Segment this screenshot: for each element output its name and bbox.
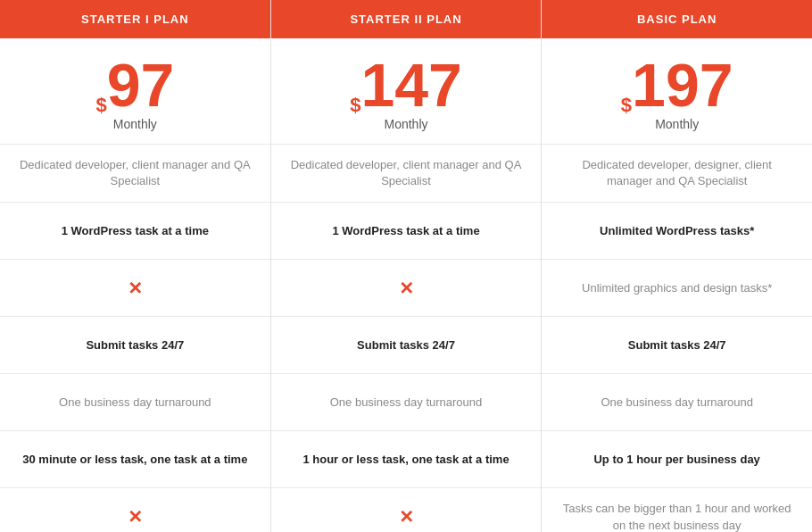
row-text-starter-ii-0: Dedicated developer, client manager and …: [287, 157, 526, 189]
price-period: Monthly: [384, 117, 427, 131]
row-text-basic-1: Unlimited WordPress tasks*: [600, 223, 754, 239]
price-symbol: $: [95, 96, 106, 115]
plan-col-starter-i: STARTER I PLAN$97MonthlyDedicated develo…: [0, 0, 271, 532]
price-symbol: $: [350, 96, 360, 115]
row-text-starter-ii-1: 1 WordPress task at a time: [332, 223, 479, 239]
price-block-starter-ii: $147Monthly: [271, 38, 542, 145]
price-period: Monthly: [113, 117, 157, 131]
price-period: Monthly: [655, 117, 699, 131]
plan-row-starter-ii-2: ✕: [271, 260, 542, 317]
row-text-basic-3: Submit tasks 24/7: [628, 337, 726, 353]
row-text-starter-i-3: Submit tasks 24/7: [86, 337, 184, 353]
plan-row-starter-i-5: 30 minute or less task, one task at a ti…: [0, 431, 270, 488]
pricing-table: STARTER I PLAN$97MonthlyDedicated develo…: [0, 0, 812, 532]
plan-row-starter-i-3: Submit tasks 24/7: [0, 317, 270, 374]
price-block-basic: $197Monthly: [542, 38, 812, 145]
row-text-starter-ii-5: 1 hour or less task, one task at a time: [302, 452, 509, 468]
plan-row-basic-4: One business day turnaround: [542, 374, 812, 431]
plan-col-basic: BASIC PLAN$197MonthlyDedicated developer…: [542, 0, 812, 532]
plan-row-basic-2: Unlimited graphics and design tasks*: [542, 260, 812, 317]
row-text-basic-6: Tasks can be bigger than 1 hour and work…: [558, 501, 796, 532]
plan-row-starter-ii-4: One business day turnaround: [271, 374, 542, 431]
plan-row-basic-1: Unlimited WordPress tasks*: [542, 203, 812, 260]
price-number: 147: [360, 54, 461, 115]
plan-row-starter-ii-6: ✕: [271, 488, 542, 532]
plan-col-starter-ii: STARTER II PLAN$147MonthlyDedicated deve…: [271, 0, 543, 532]
plan-row-basic-0: Dedicated developer, designer, client ma…: [542, 145, 812, 203]
plan-row-starter-ii-1: 1 WordPress task at a time: [271, 203, 542, 260]
row-text-basic-2: Unlimited graphics and design tasks*: [582, 280, 772, 296]
plan-row-basic-3: Submit tasks 24/7: [542, 317, 812, 374]
row-text-basic-0: Dedicated developer, designer, client ma…: [558, 157, 796, 189]
plan-row-basic-5: Up to 1 hour per business day: [542, 431, 812, 488]
plan-row-starter-i-0: Dedicated developer, client manager and …: [0, 145, 270, 203]
plan-row-starter-ii-0: Dedicated developer, client manager and …: [271, 145, 542, 203]
row-text-starter-i-1: 1 WordPress task at a time: [62, 223, 209, 239]
row-text-starter-i-0: Dedicated developer, client manager and …: [16, 157, 254, 189]
price-block-starter-i: $97Monthly: [0, 38, 270, 145]
plan-header-starter-i: STARTER I PLAN: [0, 0, 270, 38]
price-symbol: $: [621, 96, 632, 115]
plan-row-basic-6: Tasks can be bigger than 1 hour and work…: [542, 488, 812, 532]
row-text-starter-ii-6: ✕: [399, 506, 414, 528]
price-number: 197: [632, 54, 733, 115]
plan-row-starter-i-6: ✕: [0, 488, 270, 532]
row-text-starter-ii-3: Submit tasks 24/7: [357, 337, 455, 353]
plan-row-starter-ii-3: Submit tasks 24/7: [271, 317, 542, 374]
row-text-starter-i-5: 30 minute or less task, one task at a ti…: [22, 452, 247, 468]
plan-row-starter-ii-5: 1 hour or less task, one task at a time: [271, 431, 542, 488]
plan-row-starter-i-2: ✕: [0, 260, 270, 317]
plan-header-starter-ii: STARTER II PLAN: [271, 0, 542, 38]
price-number: 97: [107, 54, 175, 115]
row-text-starter-ii-4: One business day turnaround: [330, 395, 483, 411]
row-text-basic-5: Up to 1 hour per business day: [593, 452, 759, 468]
row-text-starter-i-4: One business day turnaround: [59, 395, 211, 411]
plan-row-starter-i-4: One business day turnaround: [0, 374, 270, 431]
plan-header-basic: BASIC PLAN: [542, 0, 812, 38]
plan-row-starter-i-1: 1 WordPress task at a time: [0, 203, 270, 260]
row-text-basic-4: One business day turnaround: [601, 395, 753, 411]
row-text-starter-i-2: ✕: [128, 278, 143, 299]
row-text-starter-i-6: ✕: [128, 506, 143, 528]
row-text-starter-ii-2: ✕: [399, 278, 414, 299]
